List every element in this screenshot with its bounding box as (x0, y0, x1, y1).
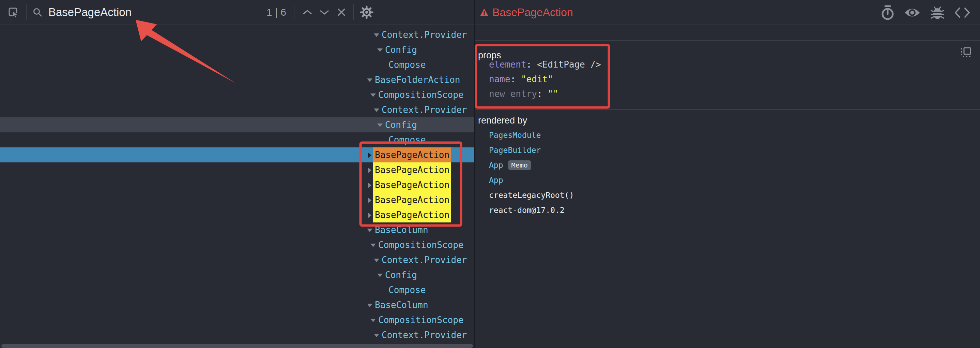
clear-search-button[interactable] (335, 8, 348, 17)
rendered-by-root-item: react-dom@17.0.2 (489, 203, 565, 218)
details-header-icons (880, 0, 970, 25)
component-tree: Context.ProviderConfigComposeBaseFolderA… (0, 25, 474, 348)
spacer (515, 74, 521, 84)
tree-row[interactable]: Compose (0, 57, 474, 72)
component-name: BasePageAction (373, 163, 451, 177)
prop-key: name (489, 74, 511, 84)
prop-key: new entry (489, 89, 537, 99)
tree-row[interactable]: Context.Provider (0, 27, 474, 42)
tree-row[interactable]: CompositionScope (0, 313, 474, 327)
spacer (531, 59, 537, 70)
tree-row[interactable]: BaseColumn (0, 297, 474, 313)
eye-icon[interactable] (904, 7, 921, 18)
chevron-down-icon[interactable] (370, 317, 375, 323)
tree-row[interactable]: BaseFolderAction (0, 72, 474, 87)
component-name: BaseFolderAction (375, 72, 460, 87)
tree-row[interactable]: Config (0, 268, 474, 283)
component-name: CompositionScope (378, 238, 463, 252)
tree-row[interactable]: Context.Provider (0, 327, 474, 343)
prop-key: element (489, 59, 527, 70)
toolbar-divider (26, 5, 27, 20)
chevron-down-icon[interactable] (370, 92, 375, 97)
tree-row[interactable]: Compose (0, 132, 474, 147)
tree-row[interactable]: Config (0, 117, 474, 132)
arrow-spacer (380, 287, 386, 293)
profiler-timer-icon[interactable] (880, 5, 895, 20)
toolbar-divider (353, 5, 354, 20)
next-result-button[interactable] (318, 9, 331, 16)
rendered-by-owner-link[interactable]: App (489, 172, 503, 188)
tree-row[interactable]: Context.Provider (0, 252, 474, 268)
rendered-by-item-label: createLegacyRoot() (489, 191, 574, 200)
horizontal-scrollbar[interactable] (2, 344, 473, 348)
search-icon (33, 8, 42, 17)
chevron-right-icon[interactable] (367, 167, 372, 172)
chevron-down-icon[interactable] (367, 227, 372, 233)
search-input[interactable] (48, 6, 266, 19)
chevron-down-icon[interactable] (377, 272, 382, 278)
chevron-down-icon[interactable] (367, 77, 372, 83)
previous-result-button[interactable] (301, 9, 314, 16)
details-panel: BasePageAction (475, 0, 980, 348)
tree-row[interactable]: Config (0, 42, 474, 57)
rendered-by-item-label: App (489, 176, 503, 185)
chevron-down-icon[interactable] (377, 122, 382, 128)
tree-row[interactable]: CompositionScope (0, 238, 474, 252)
prop-row[interactable]: new entry: "" (489, 86, 558, 101)
chevron-down-icon[interactable] (374, 32, 379, 38)
rendered-by-item-label: PageBuilder (489, 146, 541, 155)
tree-row[interactable]: Context.Provider (0, 102, 474, 117)
tree-row[interactable]: BaseColumn (0, 222, 474, 238)
component-name: Context.Provider (382, 327, 467, 343)
component-name: Config (385, 42, 417, 57)
component-name: Compose (388, 132, 426, 147)
selected-component-title: BasePageAction (492, 6, 573, 19)
chevron-right-icon[interactable] (367, 182, 372, 188)
tree-row[interactable]: Compose (0, 283, 474, 297)
chevron-right-icon[interactable] (367, 152, 372, 158)
rendered-by-item-label: react-dom@17.0.2 (489, 206, 565, 215)
details-header: BasePageAction (475, 0, 980, 25)
inspect-element-glyph (8, 6, 19, 18)
warning-triangle-icon (480, 8, 488, 16)
tree-row[interactable]: BasePageAction (0, 147, 474, 163)
prop-value[interactable]: "edit" (521, 74, 553, 84)
inspect-element-icon[interactable] (8, 6, 19, 18)
component-name: CompositionScope (378, 87, 463, 102)
rendered-by-owner-link[interactable]: PageBuilder (489, 143, 541, 158)
prop-row[interactable]: element: <EditPage /> (489, 57, 601, 72)
spacer (542, 89, 548, 99)
prop-value[interactable]: "" (547, 89, 558, 99)
tree-row[interactable]: BasePageAction (0, 177, 474, 192)
tree-row[interactable]: BasePageAction (0, 163, 474, 177)
component-name: Config (385, 268, 417, 283)
prop-row[interactable]: name: "edit" (489, 72, 553, 86)
rendered-by-owner-link[interactable]: PagesModule (489, 128, 541, 143)
view-source-icon[interactable] (954, 8, 970, 18)
rendered-by-section: rendered by PagesModulePageBuilderAppMem… (475, 110, 980, 348)
search-result-count: 1 | 6 (266, 6, 286, 18)
tree-row[interactable]: BasePageAction (0, 208, 474, 222)
rendered-by-owner-link[interactable]: AppMemo (489, 158, 531, 172)
tree-row[interactable]: BasePageAction (0, 192, 474, 208)
chevron-right-icon[interactable] (367, 212, 372, 218)
expand-panel-icon[interactable] (959, 46, 972, 60)
chevron-down-icon[interactable] (367, 302, 372, 308)
components-toolbar: 1 | 6 (0, 0, 474, 25)
component-name: Context.Provider (382, 27, 467, 42)
chevron-down-icon[interactable] (374, 257, 379, 263)
chevron-down-icon[interactable] (374, 107, 379, 113)
chevron-down-icon[interactable] (374, 332, 379, 338)
component-name: BasePageAction (373, 177, 451, 192)
chevron-down-icon[interactable] (377, 47, 382, 53)
arrow-spacer (380, 137, 386, 143)
component-name: Config (385, 117, 417, 132)
bug-icon[interactable] (929, 5, 945, 20)
prop-separator: : (537, 89, 542, 99)
components-panel: 1 | 6 (0, 0, 474, 348)
chevron-down-icon[interactable] (370, 242, 375, 248)
gear-icon[interactable] (360, 5, 374, 19)
prop-value[interactable]: <EditPage /> (537, 59, 601, 70)
chevron-right-icon[interactable] (367, 197, 372, 203)
tree-row[interactable]: CompositionScope (0, 87, 474, 102)
